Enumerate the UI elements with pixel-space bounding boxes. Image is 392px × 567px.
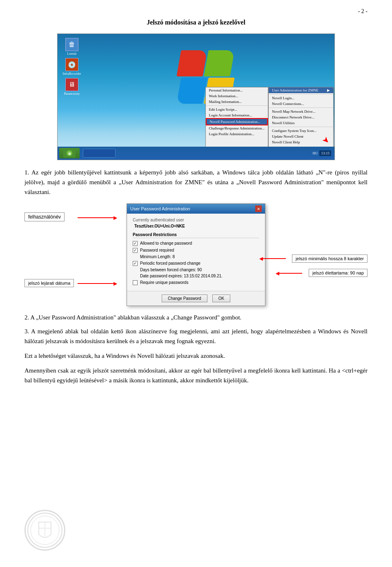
checkbox-required[interactable] — [133, 248, 138, 253]
allowed-label: Allowed to change password — [140, 241, 192, 246]
step-3-text: 3. A megjelenő ablak bal oldalán kettő i… — [24, 326, 368, 346]
arrow-minlen-line — [261, 258, 286, 259]
paragraph-1: 1. Az egér jobb billentyűjével kattintsu… — [24, 167, 368, 197]
checkbox-periodic[interactable] — [133, 261, 138, 266]
ok-button[interactable]: OK — [212, 295, 230, 302]
dialog-row-allowed: Allowed to change password — [133, 241, 259, 246]
dialog-row-unique: Require unique passwords — [133, 280, 259, 285]
submenu-user-admin[interactable]: User Administration for ZMNE ▶ — [269, 87, 333, 93]
system-tray: HU 13:15 — [312, 150, 331, 156]
arrow-username-head: ▶ — [114, 215, 117, 221]
dialog-restrictions-header: Password Restrictions — [133, 232, 259, 238]
arrow-expiry-line — [78, 283, 114, 284]
dialog-buttons: Change Password OK — [127, 291, 265, 306]
step3-content2: Ezt a lehetőséget válasszuk, ha a Window… — [24, 353, 225, 359]
taskbar-item[interactable] — [83, 149, 116, 158]
menu-item-login-script[interactable]: Edit Login Script... — [206, 107, 268, 112]
step-3-text3: Amennyiben csak az egyik jelszót szeretn… — [24, 366, 368, 385]
page-number: - 2 - — [24, 8, 368, 15]
desktop-icon-parancssory: 🖥 Parancssory — [62, 78, 82, 96]
menu-item-login-profile[interactable]: Login Profile Administration... — [206, 131, 268, 137]
watermark-coat — [24, 510, 65, 551]
desktop-screenshot: 🗑 Lomtár 💿 InfraRecorder 🖥 Parancssory — [57, 33, 335, 160]
annotation-expiry: jelszó lejárati dátuma — [24, 279, 74, 287]
tray-time: 13:15 — [319, 150, 331, 156]
submenu-disconnect[interactable]: Disconnect Network Drive... — [269, 114, 333, 120]
dialog-auth-section: Currently authenticated user — [133, 218, 259, 222]
menu-item-personal[interactable]: Personal Information... — [206, 87, 268, 93]
lomtar-icon: 🗑 — [65, 38, 78, 51]
step3-content3: Amennyiben csak az egyik jelszót szeretn… — [24, 367, 368, 384]
menu-item-challenge[interactable]: Challenge/Response Administration... — [206, 125, 268, 131]
dialog-row-required: Password required — [133, 248, 259, 253]
annotation-username: felhasználónév — [24, 212, 65, 221]
arrow-lifetime-line — [278, 273, 302, 274]
context-menu-area: Personal Information... Work Information… — [205, 87, 334, 151]
screenshot-container: 🗑 Lomtár 💿 InfraRecorder 🖥 Parancssory — [24, 33, 368, 160]
start-button[interactable]: ⊞ — [59, 148, 80, 158]
dialog-body: Currently authenticated user TesztUser.O… — [127, 214, 265, 291]
step2-num: 2. — [24, 314, 30, 321]
annotation-min-length: jelszó minimális hossza 8 karakter — [292, 254, 368, 263]
taskbar: ⊞ HU 13:15 — [58, 147, 334, 160]
submenu-novell-login[interactable]: Novell Login... — [269, 95, 333, 101]
desktop-icon-infrarecorder: 💿 InfraRecorder — [62, 58, 82, 76]
submenu-configure[interactable]: Configure System Tray Icon... — [269, 128, 333, 134]
annotation-lifetime: jelszó élettartama: 90 nap — [309, 269, 368, 277]
svg-text:⊞: ⊞ — [68, 152, 71, 156]
step-3-text2: Ezt a lehetőséget válasszuk, ha a Window… — [24, 351, 368, 361]
page-title: Jelszó módosítása a jelszó kezelővel — [24, 19, 368, 26]
menu-item-login-account[interactable]: Login Account Information... — [206, 112, 268, 118]
periodic-label: Periodic forced password change — [140, 261, 200, 266]
infrarecorder-icon: 💿 — [65, 58, 78, 71]
infrarecorder-label: InfraRecorder — [62, 72, 82, 76]
dialog-row-periodic: Periodic forced password change — [133, 261, 259, 266]
dialog-annotation-area: felhasználónév ▶ User Password Administr… — [24, 203, 368, 306]
step-2-text: 2. A „User Password Administration" abla… — [24, 313, 368, 322]
lomtar-label: Lomtár — [62, 52, 82, 56]
step3-content: A megjelenő ablak bal oldalán kettő ikon… — [24, 328, 368, 344]
arrow-expiry-head: ▶ — [114, 281, 117, 287]
days-between-row: Days between forced changes: 90 — [133, 268, 259, 272]
coat-circle — [24, 510, 65, 551]
parancssory-label: Parancssory — [62, 92, 82, 96]
dialog-titlebar: User Password Administration ✕ — [127, 204, 265, 214]
arrow-username-line — [78, 217, 114, 218]
min-length-row: Minimum Length: 8 — [133, 254, 259, 259]
submenu-utilities[interactable]: Novell Utilities — [269, 120, 333, 126]
submenu-map-drive[interactable]: Novell Map Network Drive... — [269, 109, 333, 114]
menu-item-password-admin[interactable]: Novell Password Administration... — [206, 118, 268, 125]
dialog-close-button[interactable]: ✕ — [255, 205, 262, 212]
desktop-icons: 🗑 Lomtár 💿 InfraRecorder 🖥 Parancssory — [62, 38, 82, 96]
dialog-window: User Password Administration ✕ Currently… — [127, 203, 265, 306]
context-menu-left: Personal Information... Work Information… — [205, 87, 269, 151]
dialog-username: TesztUser.OU=Uni.O=NKE — [133, 224, 259, 228]
menu-item-mailing[interactable]: Mailing Information... — [206, 99, 268, 105]
tray-clock: HU — [312, 151, 318, 155]
step2-content: A „User Password Administration" ablakba… — [30, 314, 241, 321]
para1-text: 1. Az egér jobb billentyűjével kattintsu… — [24, 169, 368, 195]
step3-num: 3. — [24, 328, 31, 335]
menu-item-work[interactable]: Work Information... — [206, 93, 268, 99]
date-expires-row: Date password expires: 13:15:02 2014.09.… — [133, 274, 259, 278]
checkbox-unique[interactable] — [133, 280, 138, 285]
arrow-minlen-head: ▶ — [259, 256, 263, 262]
required-label: Password required — [140, 248, 174, 253]
unique-label: Require unique passwords — [140, 280, 188, 285]
dialog-title: User Password Administration — [130, 206, 190, 211]
change-password-button[interactable]: Change Password — [162, 295, 207, 302]
submenu-novell-connections[interactable]: Novell Connections... — [269, 101, 333, 107]
desktop-icon-lomtar: 🗑 Lomtár — [62, 38, 82, 56]
arrow-lifetime-head: ▶ — [276, 270, 279, 277]
checkbox-allowed[interactable] — [133, 241, 138, 246]
parancssory-icon: 🖥 — [65, 78, 78, 91]
